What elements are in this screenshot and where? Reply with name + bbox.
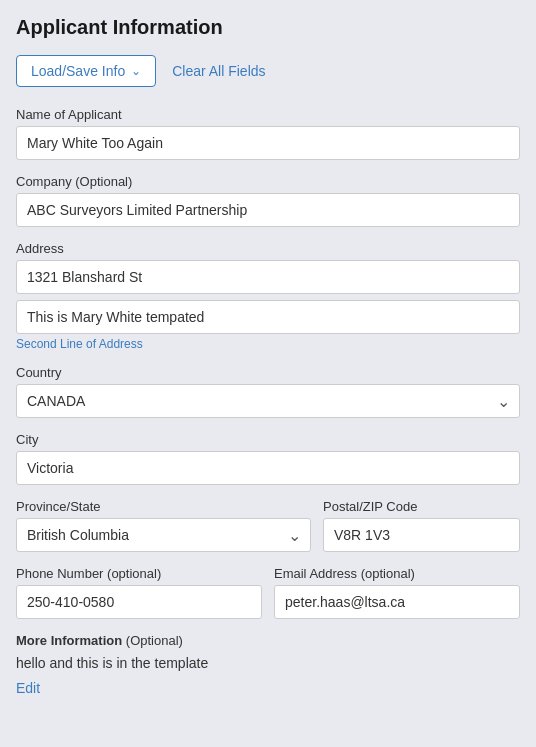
postal-label: Postal/ZIP Code bbox=[323, 499, 520, 514]
address-field-group: Address Second Line of Address bbox=[16, 241, 520, 351]
clear-all-button[interactable]: Clear All Fields bbox=[172, 63, 265, 79]
phone-label: Phone Number (optional) bbox=[16, 566, 262, 581]
address-line2-input[interactable] bbox=[16, 300, 520, 334]
country-select-wrapper: CANADA UNITED STATES OTHER ⌄ bbox=[16, 384, 520, 418]
country-field-group: Country CANADA UNITED STATES OTHER ⌄ bbox=[16, 365, 520, 418]
country-select[interactable]: CANADA UNITED STATES OTHER bbox=[16, 384, 520, 418]
province-select-wrapper: British Columbia Alberta Ontario Quebec … bbox=[16, 518, 311, 552]
second-line-hint: Second Line of Address bbox=[16, 337, 520, 351]
load-save-button[interactable]: Load/Save Info ⌄ bbox=[16, 55, 156, 87]
email-input[interactable] bbox=[274, 585, 520, 619]
city-input[interactable] bbox=[16, 451, 520, 485]
city-label: City bbox=[16, 432, 520, 447]
name-label: Name of Applicant bbox=[16, 107, 520, 122]
phone-col: Phone Number (optional) bbox=[16, 566, 262, 619]
company-field-group: Company (Optional) bbox=[16, 174, 520, 227]
city-field-group: City bbox=[16, 432, 520, 485]
company-input[interactable] bbox=[16, 193, 520, 227]
email-col: Email Address (optional) bbox=[274, 566, 520, 619]
more-info-optional: (Optional) bbox=[126, 633, 183, 648]
more-info-section: More Information (Optional) hello and th… bbox=[16, 633, 520, 696]
province-select[interactable]: British Columbia Alberta Ontario Quebec … bbox=[16, 518, 311, 552]
toolbar: Load/Save Info ⌄ Clear All Fields bbox=[16, 55, 520, 87]
province-label: Province/State bbox=[16, 499, 311, 514]
company-label: Company (Optional) bbox=[16, 174, 520, 189]
postal-input[interactable] bbox=[323, 518, 520, 552]
address-label: Address bbox=[16, 241, 520, 256]
more-info-title: More Information bbox=[16, 633, 122, 648]
more-info-label: More Information (Optional) bbox=[16, 633, 520, 648]
name-input[interactable] bbox=[16, 126, 520, 160]
country-label: Country bbox=[16, 365, 520, 380]
more-info-text: hello and this is in the template bbox=[16, 654, 520, 674]
page-title: Applicant Information bbox=[16, 16, 520, 39]
email-label: Email Address (optional) bbox=[274, 566, 520, 581]
edit-link[interactable]: Edit bbox=[16, 680, 40, 696]
province-postal-group: Province/State British Columbia Alberta … bbox=[16, 499, 520, 552]
load-save-label: Load/Save Info bbox=[31, 63, 125, 79]
phone-input[interactable] bbox=[16, 585, 262, 619]
name-field-group: Name of Applicant bbox=[16, 107, 520, 160]
postal-col: Postal/ZIP Code bbox=[323, 499, 520, 552]
province-col: Province/State British Columbia Alberta … bbox=[16, 499, 311, 552]
address-line2-wrapper: Second Line of Address bbox=[16, 300, 520, 351]
chevron-down-icon: ⌄ bbox=[131, 64, 141, 78]
phone-email-group: Phone Number (optional) Email Address (o… bbox=[16, 566, 520, 619]
address-line1-input[interactable] bbox=[16, 260, 520, 294]
